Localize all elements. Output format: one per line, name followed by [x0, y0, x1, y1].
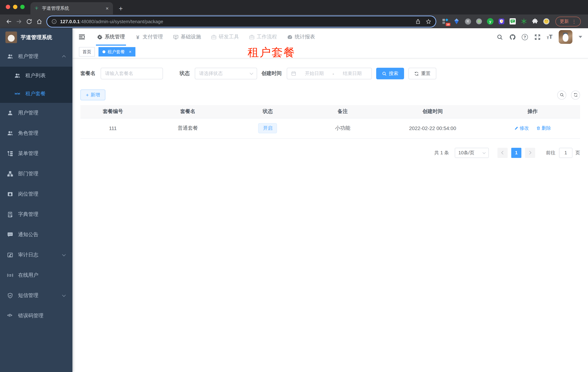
date-range-picker[interactable]: 开始日期 - 结束日期 [287, 68, 372, 79]
window-minimize-button[interactable] [13, 5, 17, 9]
sidebar-item-post-management[interactable]: 岗位管理 [0, 184, 73, 204]
tag-home[interactable]: 首页 [79, 47, 95, 56]
code-icon: </> [7, 313, 13, 319]
plus-icon: + [86, 92, 89, 98]
top-menu-system[interactable]: 系统管理 [92, 28, 130, 46]
reload-button[interactable] [24, 16, 34, 26]
sidebar-item-online-users[interactable]: 在线用户 [0, 265, 73, 286]
top-menu-label: 系统管理 [105, 34, 125, 40]
goto-page-input[interactable] [559, 148, 572, 158]
sidebar-item-menu-management[interactable]: 菜单管理 [0, 143, 73, 164]
app-logo-row[interactable]: 芋道管理系统 [0, 28, 73, 46]
shield-extension-icon[interactable] [498, 18, 505, 25]
header-actions: ? TT [496, 30, 584, 44]
col-header-actions: 操作 [485, 105, 580, 118]
top-menu-dev-tools[interactable]: 研发工具 [206, 28, 244, 46]
page-size-select[interactable]: 10条/页 [455, 148, 489, 158]
sidebar-item-tenant-management[interactable]: 租户管理 [0, 46, 73, 67]
top-menu-infrastructure[interactable]: 基础设施 [168, 28, 206, 46]
y-extension-icon[interactable]: y [487, 18, 494, 25]
back-button[interactable] [4, 16, 14, 26]
sidebar-item-tenant-package[interactable]: 租户套餐 [0, 85, 73, 103]
edit-link[interactable]: 修改 [514, 125, 529, 131]
tag-label: 租户套餐 [107, 49, 125, 55]
search-button[interactable]: 搜索 [376, 68, 404, 79]
reset-button[interactable]: 重置 [409, 68, 436, 79]
tag-close-icon[interactable]: × [129, 49, 131, 54]
placeholder-text: 请选择状态 [199, 70, 223, 77]
table-toolbar: + 新增 [80, 89, 580, 100]
hide-search-button[interactable] [557, 90, 566, 99]
browser-tab[interactable]: 芋道管理系统 × [31, 2, 113, 14]
calendar-icon [291, 71, 296, 76]
browser-menu-icon[interactable]: ⋮ [572, 19, 577, 24]
gem-extension-icon[interactable] [453, 18, 460, 25]
prev-page-button[interactable] [497, 148, 508, 158]
sidebar-item-notice[interactable]: 通知公告 [0, 224, 73, 245]
chat-extension-icon[interactable] [509, 18, 516, 25]
tag-tenant-package[interactable]: 租户套餐 × [98, 47, 136, 56]
refresh-table-button[interactable] [571, 90, 580, 99]
emoji-extension-icon[interactable] [543, 18, 550, 25]
sidebar-item-user-management[interactable]: 用户管理 [0, 103, 73, 123]
sidebar-item-dict-management[interactable]: 字典管理 [0, 204, 73, 224]
tab-manager-extension-icon[interactable]: 10 [442, 18, 449, 25]
page-unit-label: 页 [575, 149, 580, 156]
col-header-remark: 备注 [305, 105, 380, 118]
add-button[interactable]: + 新增 [80, 89, 105, 100]
sidebar-item-sms-management[interactable]: 短信管理 [0, 286, 73, 306]
home-button[interactable] [34, 16, 44, 26]
sidebar-item-audit-log[interactable]: 审计日志 [0, 245, 73, 265]
search-icon[interactable] [496, 34, 503, 40]
sidebar-item-error-code[interactable]: </> 错误码管理 [0, 306, 73, 326]
avatar[interactable] [559, 30, 572, 44]
sidebar-item-tenant-list[interactable]: 租户列表 [0, 67, 73, 85]
edit-pencil-icon [514, 126, 518, 130]
page-content: 套餐名 请输入套餐名 状态 请选择状态 创建时间 开始日期 - 结束日期 搜索 [73, 58, 588, 372]
browser-update-button[interactable]: 更新 ⋮ [556, 16, 581, 26]
tree-list-icon [7, 151, 13, 157]
gear-icon [97, 34, 103, 40]
address-bar[interactable]: 127.0.0.1:48080/admin-ui/system/tenant/p… [47, 16, 436, 27]
font-size-icon[interactable]: TT [547, 34, 553, 40]
tab-title: 芋道管理系统 [42, 5, 102, 11]
tab-close-icon[interactable]: × [105, 6, 109, 11]
refresh-icon [573, 93, 578, 97]
delete-link[interactable]: 删除 [536, 125, 551, 131]
star-extension-icon[interactable] [521, 18, 527, 25]
window-zoom-button[interactable] [20, 5, 25, 9]
status-select[interactable]: 请选择状态 [195, 68, 257, 79]
recorder-extension-icon[interactable] [476, 18, 482, 25]
sidebar-collapse-icon[interactable] [74, 28, 89, 46]
goto-label: 前往 [546, 149, 556, 156]
chevron-down-icon [250, 71, 253, 75]
top-menu-workflow[interactable]: 工作流程 [244, 28, 282, 46]
page-info-icon[interactable] [52, 19, 57, 24]
window-close-button[interactable] [6, 5, 10, 9]
new-tab-button[interactable]: + [119, 5, 123, 12]
fullscreen-icon[interactable] [534, 34, 541, 40]
github-icon[interactable] [509, 34, 515, 40]
table-header-row: 套餐编号 套餐名 状态 备注 创建时间 操作 [80, 105, 580, 118]
start-date-placeholder: 开始日期 [299, 70, 330, 77]
current-page-button[interactable]: 1 [511, 148, 521, 158]
share-icon[interactable] [415, 19, 421, 24]
sidebar-item-role-management[interactable]: 角色管理 [0, 123, 73, 143]
briefcase-icon [249, 34, 254, 40]
chevron-left-icon [501, 151, 505, 154]
package-name-input[interactable]: 请输入套餐名 [101, 68, 163, 79]
forward-button[interactable] [14, 16, 24, 26]
top-menu-payment[interactable]: ¥ 支付管理 [130, 28, 168, 46]
help-icon[interactable]: ? [522, 34, 528, 40]
command-extension-icon[interactable]: ⌘ [464, 18, 471, 25]
top-menu-reports[interactable]: 统计报表 [282, 28, 320, 46]
next-page-button[interactable] [525, 148, 535, 158]
sidebar-item-dept-management[interactable]: 部门管理 [0, 164, 73, 184]
app-window: 芋道管理系统 租户管理 租户列表 租户套餐 用户管理 [0, 28, 588, 372]
extension-badge: 10 [446, 23, 451, 26]
bookmark-star-icon[interactable] [426, 19, 431, 24]
extensions-puzzle-icon[interactable] [532, 18, 538, 25]
sidebar: 芋道管理系统 租户管理 租户列表 租户套餐 用户管理 [0, 28, 73, 372]
sidebar-submenu-tenant: 租户列表 租户套餐 [0, 67, 73, 103]
avatar-caret-icon[interactable] [578, 36, 582, 38]
